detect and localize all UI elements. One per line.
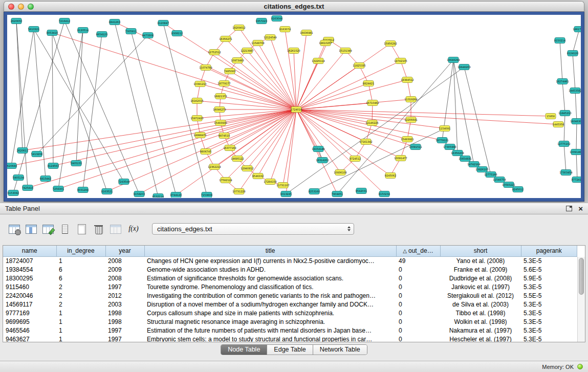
graph-node[interactable]: 6815442 — [40, 176, 51, 182]
graph-node[interactable]: 1724016 — [291, 107, 302, 113]
graph-node[interactable]: 16162015 — [190, 98, 203, 104]
graph-node[interactable]: 14695122 — [231, 156, 244, 162]
table-row[interactable]: 1456911722003Disruption of a novel membe… — [3, 300, 577, 309]
graph-node[interactable]: 9158203 — [134, 191, 145, 197]
table-row[interactable]: 911546021997Tourette syndrome. Phenomeno… — [3, 283, 577, 292]
graph-node[interactable]: 15493921 — [401, 137, 413, 142]
graph-node[interactable]: 19610257 — [319, 40, 332, 46]
table-row[interactable]: 2242004622012Investigating the contribut… — [3, 292, 577, 300]
graph-node[interactable]: 15956292 — [384, 41, 397, 47]
graph-node[interactable]: 9724512 — [350, 156, 361, 162]
graph-node[interactable]: 17284158 — [264, 179, 276, 185]
graph-node[interactable]: 12124549 — [264, 35, 276, 40]
graph-node[interactable]: 16046273 — [213, 107, 226, 113]
graph-node[interactable]: 11548754 — [493, 177, 506, 183]
graph-node[interactable]: 7485083 — [224, 69, 235, 74]
graph-node[interactable]: 18617402 — [573, 27, 581, 32]
graph-node[interactable]: 13926105 — [475, 167, 488, 172]
graph-node[interactable]: 2620611 — [17, 148, 28, 154]
graph-node[interactable]: 16648294 — [447, 57, 460, 63]
graph-node[interactable]: 17305998 — [443, 144, 456, 150]
table-settings-icon[interactable] — [8, 223, 20, 234]
column-header-pagerank[interactable]: pagerank — [521, 246, 577, 256]
graph-node[interactable]: 8772410 — [572, 177, 581, 183]
graph-node[interactable]: 15493930 — [214, 120, 227, 126]
new-document-icon[interactable] — [76, 223, 88, 234]
graph-node[interactable]: 11319264 — [404, 97, 417, 102]
graph-node[interactable]: 16821372 — [214, 94, 227, 99]
window-close-button[interactable] — [8, 4, 14, 10]
graph-node[interactable]: 12362214 — [208, 164, 221, 170]
graph-node[interactable]: 17161342 — [359, 139, 372, 145]
graph-node[interactable]: 8308112 — [171, 31, 183, 36]
graph-node[interactable]: 14742105 — [394, 58, 407, 64]
graph-node[interactable]: 6120847 — [158, 20, 169, 26]
table-selector-dropdown[interactable]: citations_edges.txt — [152, 223, 354, 235]
graph-node[interactable]: 16636981 — [300, 30, 313, 36]
graph-node[interactable]: 18274461 — [556, 79, 569, 84]
table-row[interactable]: 1938455462009Genome-wide association stu… — [3, 266, 577, 274]
graph-node[interactable]: 15958 — [546, 114, 556, 119]
graph-node[interactable]: 18209012 — [232, 25, 245, 31]
graph-node[interactable]: 16261520 — [287, 48, 300, 54]
graph-node[interactable]: 11074789 — [199, 65, 212, 71]
tab-node-table[interactable]: Node Table — [221, 345, 267, 355]
graph-node[interactable]: 16356208 — [451, 150, 464, 156]
table-scrollbar[interactable] — [577, 257, 585, 342]
column-header-title[interactable]: title — [144, 246, 396, 256]
graph-node[interactable]: 7305911 — [125, 29, 137, 34]
graph-node[interactable]: 7904451 — [332, 191, 343, 197]
graph-node[interactable]: 12752512 — [208, 50, 221, 55]
window-minimize-button[interactable] — [18, 4, 24, 10]
graph-node[interactable]: 12146226 — [365, 120, 378, 126]
function-builder-icon[interactable]: f(x) — [126, 223, 141, 234]
graph-node[interactable]: 8163521 — [101, 189, 113, 194]
graph-node[interactable]: 9546332 — [252, 173, 264, 179]
graph-node[interactable]: 10731228 — [232, 189, 245, 194]
graph-node[interactable]: 8163044 — [271, 16, 282, 21]
graph-node[interactable]: 18779177 — [217, 81, 230, 86]
graph-node[interactable]: 15872420 — [190, 116, 203, 121]
column-header-short[interactable]: short — [440, 246, 521, 256]
graph-node[interactable]: 14998471 — [193, 133, 206, 138]
graph-node[interactable]: 10091463 — [570, 149, 581, 155]
table-scrollbar-thumb[interactable] — [579, 258, 584, 295]
graph-node[interactable]: 13226114 — [312, 58, 324, 64]
graph-node[interactable]: 7216412 — [59, 18, 70, 24]
graph-node[interactable]: 18314202 — [316, 158, 329, 163]
graph-node[interactable]: 16356271 — [219, 36, 232, 42]
graph-node[interactable]: 9245012 — [512, 187, 524, 192]
graph-node[interactable]: 12213987 — [241, 48, 253, 54]
graph-node[interactable]: 16046301 — [570, 119, 581, 124]
graph-node[interactable]: 5905134 — [13, 175, 24, 181]
window-titlebar[interactable]: citations_edges.txt — [4, 1, 584, 12]
graph-node[interactable]: 8253160 — [309, 189, 320, 194]
graph-node[interactable]: 12775102 — [557, 141, 570, 147]
graph-node[interactable]: 11548708 — [251, 40, 264, 46]
graph-node[interactable]: 7425410 — [22, 185, 33, 191]
graph-node[interactable]: 16377169 — [223, 145, 236, 151]
graph-node[interactable]: 9542031 — [356, 188, 367, 194]
graph-node[interactable]: 9031284 — [77, 187, 89, 193]
table-row[interactable]: 977716911998Corpus callosum shape and si… — [3, 309, 577, 318]
graph-node[interactable]: 6532114 — [153, 194, 164, 198]
graph-node[interactable]: 10091511 — [409, 144, 422, 150]
window-zoom-button[interactable] — [28, 4, 34, 10]
graph-node[interactable]: 2620684 — [7, 163, 17, 169]
graph-node[interactable]: 2620650 — [11, 18, 22, 24]
graph-node[interactable]: 11825335 — [353, 63, 365, 69]
graph-node[interactable]: 9245062 — [385, 173, 396, 179]
graph-node[interactable]: 7243544 — [118, 179, 129, 185]
graph-node[interactable]: 19154148 — [312, 146, 324, 152]
graph-node[interactable]: 1154091 — [439, 126, 450, 132]
graph-node[interactable]: 9120514 — [77, 28, 89, 33]
graph-node[interactable]: 12775166 — [484, 172, 497, 178]
graph-node[interactable]: 8163074 — [279, 27, 291, 32]
graph-node[interactable]: 10391210 — [193, 81, 206, 87]
graph-node[interactable]: 18779121 — [435, 138, 448, 143]
graph-node[interactable]: 17303454 — [559, 170, 572, 176]
network-canvas[interactable]: 1724016121245491154870812213987109734937… — [7, 15, 581, 198]
graph-node[interactable]: 6654123 — [96, 32, 107, 37]
graph-node[interactable]: 15654831 — [459, 156, 471, 162]
graph-node[interactable]: 11845210 — [558, 111, 571, 116]
